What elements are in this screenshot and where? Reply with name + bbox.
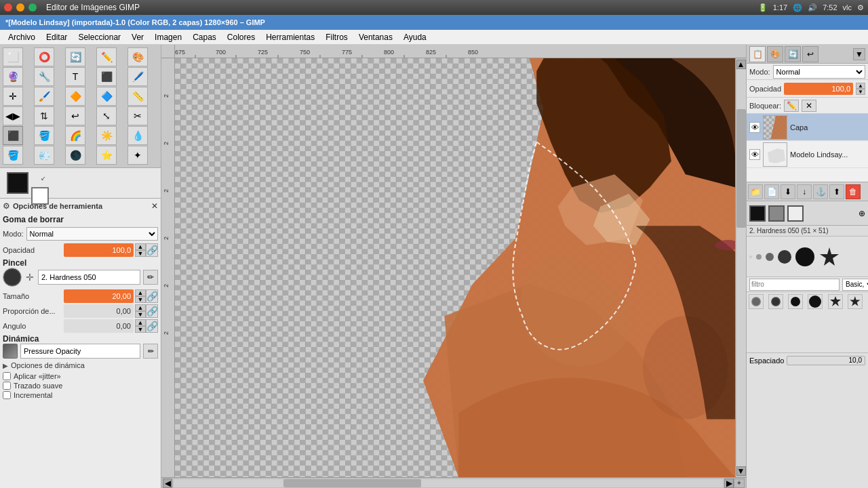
close-button[interactable] bbox=[4, 3, 12, 12]
angle-down[interactable]: ▼ bbox=[135, 326, 146, 333]
hscroll-track[interactable] bbox=[174, 479, 723, 487]
tool-text[interactable]: T bbox=[65, 67, 85, 86]
menu-editar[interactable]: Editar bbox=[41, 31, 73, 43]
v-scrollbar[interactable]: ▲ ▼ bbox=[735, 58, 746, 477]
tool-paths[interactable]: 🔧 bbox=[34, 67, 54, 86]
dynamics-edit-icon[interactable]: ✏ bbox=[143, 344, 158, 359]
tool-measure[interactable]: 📏 bbox=[127, 87, 148, 106]
duplicate-layer-btn[interactable]: ⬇ bbox=[781, 184, 795, 199]
new-layer-group-btn[interactable]: 📁 bbox=[748, 184, 763, 199]
opacity-chain[interactable]: 🔗 bbox=[146, 243, 158, 257]
tool-rotate[interactable]: ↩ bbox=[65, 106, 85, 125]
tool-fuzzy-select[interactable]: 🔮 bbox=[3, 67, 23, 86]
lock-alpha-btn[interactable]: ✕ bbox=[802, 100, 816, 112]
proportion-bar[interactable]: 0,00 bbox=[64, 304, 134, 318]
tool-smudge[interactable]: 🔷 bbox=[96, 87, 117, 106]
layer-item-1[interactable]: 👁 Modelo Lindsay... bbox=[747, 141, 868, 168]
brush-cell-4[interactable] bbox=[828, 294, 843, 309]
menu-seleccionar[interactable]: Seleccionar bbox=[73, 31, 126, 43]
h-scrollbar[interactable]: ◀ ▶ + bbox=[161, 477, 746, 488]
vscroll-down-btn[interactable]: ▼ bbox=[736, 466, 746, 476]
proportion-up[interactable]: ▲ bbox=[135, 304, 146, 311]
brush-filter-input[interactable] bbox=[749, 279, 840, 291]
brush-name-input[interactable] bbox=[38, 270, 140, 285]
dynamics-name-input[interactable] bbox=[20, 344, 140, 359]
tool-extra1[interactable]: ⭐ bbox=[96, 146, 117, 165]
tool-flip[interactable]: ⇅ bbox=[34, 106, 54, 125]
panel-config-btn[interactable]: ▼ bbox=[853, 48, 865, 60]
tool-move[interactable]: ✛ bbox=[3, 87, 23, 106]
tool-ellipse-select[interactable]: ⭕ bbox=[34, 47, 54, 66]
menu-ventanas[interactable]: Ventanas bbox=[353, 31, 398, 43]
brush-cell-1[interactable] bbox=[768, 294, 783, 309]
panel-expand-btn[interactable]: ⊕ bbox=[859, 209, 865, 218]
opacity-down-btn[interactable]: ▼ bbox=[856, 89, 865, 95]
menu-colores[interactable]: Colores bbox=[222, 31, 260, 43]
menu-ayuda[interactable]: Ayuda bbox=[398, 31, 432, 43]
size-chain[interactable]: 🔗 bbox=[146, 289, 158, 303]
vscroll-track[interactable] bbox=[736, 69, 746, 466]
incremental-checkbox[interactable] bbox=[3, 391, 11, 399]
angle-bar[interactable]: 0,00 bbox=[64, 319, 134, 333]
menu-imagen[interactable]: Imagen bbox=[149, 31, 187, 43]
opacity-up[interactable]: ▲ bbox=[135, 243, 146, 250]
vscroll-thumb[interactable] bbox=[736, 109, 746, 228]
tool-extra2[interactable]: ✦ bbox=[127, 146, 148, 165]
tab-channels[interactable]: 🎨 bbox=[767, 46, 783, 62]
hscroll-thumb[interactable] bbox=[283, 479, 421, 487]
opacity-down[interactable]: ▼ bbox=[135, 250, 146, 257]
opacity-bar-tool[interactable]: 100,0 bbox=[64, 243, 134, 257]
layer-item-0[interactable]: 👁 bbox=[747, 114, 868, 141]
fg-swatch[interactable] bbox=[749, 205, 766, 222]
tool-airbrush[interactable]: 💨 bbox=[34, 146, 54, 165]
tool-dodge[interactable]: ☀️ bbox=[96, 126, 117, 145]
tool-paintbucket[interactable]: 🪣 bbox=[34, 126, 54, 145]
size-down[interactable]: ▼ bbox=[135, 296, 146, 303]
menu-filtros[interactable]: Filtros bbox=[320, 31, 353, 43]
delete-layer-btn[interactable]: 🗑 bbox=[846, 184, 861, 199]
angle-chain[interactable]: 🔗 bbox=[146, 319, 158, 333]
brush-cell-5[interactable] bbox=[848, 294, 863, 309]
tab-layers[interactable]: 📋 bbox=[749, 46, 766, 62]
hscroll-left-btn[interactable]: ◀ bbox=[163, 479, 172, 488]
tool-eraser[interactable]: ⬛ bbox=[3, 126, 23, 145]
brush-category-select[interactable]: Basic, bbox=[842, 279, 868, 291]
move-layer-down-btn[interactable]: ↓ bbox=[797, 184, 812, 199]
mid-swatch[interactable] bbox=[768, 205, 785, 222]
brush-cross[interactable]: ✛ bbox=[26, 272, 34, 283]
tool-clone[interactable]: 🖊️ bbox=[127, 67, 148, 86]
tool-transform[interactable]: ⬛ bbox=[96, 67, 117, 86]
menu-capas[interactable]: Capas bbox=[187, 31, 222, 43]
layer-vis-1[interactable]: 👁 bbox=[749, 149, 760, 160]
brush-cell-0[interactable] bbox=[749, 294, 764, 309]
menu-herramientas[interactable]: Herramientas bbox=[260, 31, 320, 43]
spacing-value-bar[interactable]: 10,0 bbox=[787, 356, 865, 365]
menu-ver[interactable]: Ver bbox=[126, 31, 149, 43]
tool-scale[interactable]: ⤡ bbox=[96, 106, 117, 125]
layer-vis-0[interactable]: 👁 bbox=[749, 122, 760, 133]
canvas-viewport[interactable] bbox=[175, 58, 735, 477]
background-color[interactable] bbox=[31, 187, 49, 205]
opacity-up-btn[interactable]: ▲ bbox=[856, 83, 865, 89]
tool-ink[interactable]: 🖌️ bbox=[34, 87, 54, 106]
tool-blend[interactable]: 🌈 bbox=[65, 126, 85, 145]
merge-visible-btn[interactable]: ⬆ bbox=[829, 184, 844, 199]
layers-opacity-bar[interactable]: 100,0 bbox=[784, 83, 853, 95]
dynamics-options-expander[interactable]: ▶ Opciones de dinámica bbox=[3, 361, 158, 369]
tool-color-picker[interactable]: 🎨 bbox=[127, 47, 148, 66]
tool-rect-select[interactable]: ⬜ bbox=[3, 47, 23, 66]
swap-colors-icon[interactable]: ↙ bbox=[41, 175, 46, 182]
size-bar[interactable]: 20,00 bbox=[64, 289, 134, 303]
tool-pencil[interactable]: ✏️ bbox=[96, 47, 117, 66]
tool-crop[interactable]: ✂ bbox=[127, 106, 148, 125]
bg-swatch[interactable] bbox=[787, 205, 804, 222]
minimize-button[interactable] bbox=[16, 3, 24, 12]
brush-cell-3[interactable] bbox=[808, 294, 823, 309]
jitter-checkbox[interactable] bbox=[3, 372, 11, 380]
mode-select[interactable]: Normal bbox=[26, 227, 158, 241]
tool-options-close[interactable]: ✕ bbox=[151, 201, 158, 211]
lock-pixels-btn[interactable]: ✏️ bbox=[784, 100, 799, 112]
foreground-color[interactable] bbox=[7, 172, 28, 194]
zoom-fit-btn[interactable]: + bbox=[734, 479, 745, 488]
tool-lasso[interactable]: 🔄 bbox=[65, 47, 85, 66]
